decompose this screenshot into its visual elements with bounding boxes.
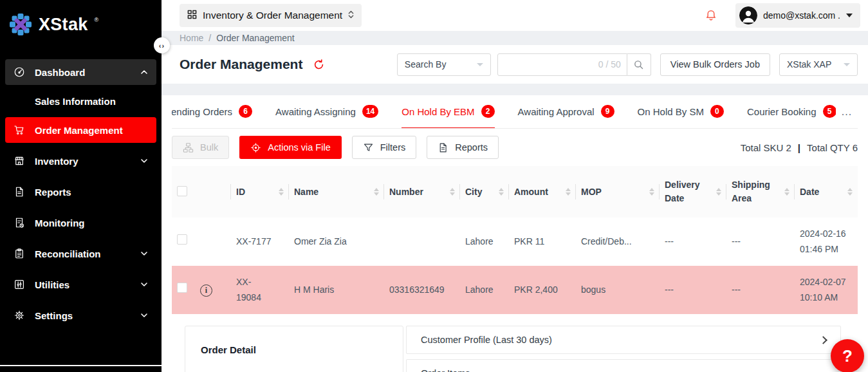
refresh-icon[interactable] xyxy=(313,59,325,71)
order-mop: Credit/Deb... xyxy=(576,218,660,266)
bulk-button[interactable]: Bulk xyxy=(172,136,229,159)
tab-label: Awaiting Approval xyxy=(518,106,595,117)
search-by-select[interactable]: Search By xyxy=(397,53,491,76)
app-selector[interactable]: Inventory & Order Management xyxy=(180,4,362,27)
sidebar-item-label: Order Management xyxy=(35,125,123,136)
chevron-down-icon xyxy=(477,63,483,66)
app-selector-label: Inventory & Order Management xyxy=(203,10,342,21)
column-header-city[interactable]: City xyxy=(460,166,509,218)
sidebar: XStak ® Dashboard Sales Information xyxy=(0,0,162,372)
column-header-mop[interactable]: MOP xyxy=(576,166,660,218)
registered-mark: ® xyxy=(95,13,99,27)
column-header-id[interactable]: ID xyxy=(231,166,289,218)
view-bulk-orders-button[interactable]: View Bulk Orders Job xyxy=(660,53,770,76)
user-menu[interactable]: demo@xstak.com . xyxy=(735,3,860,28)
info-column-header xyxy=(195,166,231,218)
table-header: ID Name Number City Amount MOP Delivery … xyxy=(172,166,858,218)
brand-name: XStak xyxy=(39,13,88,36)
column-header-date[interactable]: Date xyxy=(795,166,858,218)
sidebar-item-inventory[interactable]: Inventory xyxy=(5,148,156,174)
sidebar-item-label: Utilities xyxy=(35,279,69,290)
customer-profile-accordion[interactable]: Customer Profile (Last 30 days) xyxy=(406,326,841,354)
column-header-shipping-area[interactable]: Shipping Area xyxy=(726,166,795,218)
row-checkbox[interactable] xyxy=(177,234,187,245)
sidebar-item-sales-information[interactable]: Sales Information xyxy=(5,90,156,112)
bulk-label: Bulk xyxy=(200,142,218,153)
chevron-down-icon xyxy=(844,63,850,66)
tab-awaiting-assigning[interactable]: Awaiting Assigning 14 xyxy=(275,95,378,128)
tab-label: On Hold By SM xyxy=(638,106,704,117)
sort-icon xyxy=(374,188,379,196)
order-id: XX-7177 xyxy=(236,234,271,249)
sidebar-item-dashboard[interactable]: Dashboard xyxy=(5,59,156,85)
sort-icon xyxy=(649,188,654,196)
app-window: XStak ® Dashboard Sales Information xyxy=(0,0,868,372)
reports-button[interactable]: Reports xyxy=(427,136,499,159)
notification-bell-icon[interactable] xyxy=(705,8,717,23)
order-mop: bogus xyxy=(576,266,660,314)
xstak-logo-icon xyxy=(9,13,32,38)
help-button[interactable]: ? xyxy=(831,339,864,372)
sidebar-item-label: Sales Information xyxy=(35,96,116,107)
tab-count-badge: 6 xyxy=(239,105,252,118)
grid-icon xyxy=(187,10,197,22)
main-area: Inventory & Order Management demo@xst xyxy=(162,0,868,372)
speedometer-icon xyxy=(14,66,25,78)
sidebar-item-label: Monitoring xyxy=(35,218,84,228)
sidebar-item-reports[interactable]: Reports xyxy=(5,179,156,205)
tab-awaiting-approval[interactable]: Awaiting Approval 9 xyxy=(518,95,614,128)
select-all-checkbox[interactable] xyxy=(177,186,187,196)
sidebar-divider xyxy=(0,365,162,366)
order-number: 03316321649 xyxy=(384,266,460,314)
column-header-name[interactable]: Name xyxy=(289,166,384,218)
column-header-number[interactable]: Number xyxy=(384,166,460,218)
sidebar-nav: Dashboard Sales Information Order Manage… xyxy=(0,59,162,328)
order-row-selected[interactable]: i XX-19084 H M Haris 03316321649 Lahore … xyxy=(172,266,858,314)
totals-divider: | xyxy=(798,142,800,153)
tab-on-hold-by-sm[interactable]: On Hold By SM 0 xyxy=(638,95,724,128)
tab-count-badge: 2 xyxy=(481,105,495,118)
user-email: demo@xstak.com . xyxy=(763,10,840,21)
order-row[interactable]: XX-7177 Omer Zia Zia Lahore PKR 11 Credi… xyxy=(172,218,858,266)
more-tabs-button[interactable]: ... xyxy=(836,95,858,128)
sort-icon xyxy=(566,188,571,196)
tab-on-hold-by-ebm[interactable]: On Hold By EBM 2 xyxy=(402,95,494,128)
caret-down-icon xyxy=(846,14,853,17)
total-qty: Total QTY 6 xyxy=(807,142,858,153)
chevron-down-icon xyxy=(140,250,148,257)
actions-via-file-label: Actions via File xyxy=(268,142,331,153)
order-search-input[interactable] xyxy=(504,59,598,70)
sort-icon xyxy=(716,188,721,196)
topbar: Inventory & Order Management demo@xst xyxy=(162,0,868,31)
sidebar-collapse-toggle[interactable]: ‹› xyxy=(154,37,170,53)
order-delivery-date: --- xyxy=(660,266,726,314)
search-button[interactable] xyxy=(627,53,651,76)
order-detail-section: Order Detail Customer Profile (Last 30 d… xyxy=(172,326,858,372)
info-icon[interactable]: i xyxy=(200,284,212,297)
sidebar-item-reconciliation[interactable]: Reconciliation xyxy=(5,241,156,266)
order-delivery-date: --- xyxy=(660,218,726,266)
sidebar-item-utilities[interactable]: Utilities xyxy=(5,272,156,297)
report-icon xyxy=(14,186,25,198)
sidebar-item-monitoring[interactable]: Monitoring xyxy=(5,210,156,236)
tab-courier-booking[interactable]: Courier Booking 5 xyxy=(747,95,836,128)
breadcrumb-home[interactable]: Home xyxy=(180,33,203,43)
select-all-header xyxy=(172,166,195,218)
xap-select[interactable]: XStak XAP xyxy=(779,53,858,76)
sidebar-item-settings[interactable]: Settings xyxy=(5,302,156,328)
order-items-accordion[interactable]: Order Items xyxy=(406,359,841,372)
totals-summary: Total SKU 2 | Total QTY 6 xyxy=(741,142,858,153)
table-toolbar: Bulk Actions via File Filters Reports To… xyxy=(172,129,858,166)
row-checkbox[interactable] xyxy=(177,283,187,293)
total-sku: Total SKU 2 xyxy=(741,142,791,153)
column-header-delivery-date[interactable]: Delivery Date xyxy=(660,166,726,218)
order-search-field[interactable]: 0 / 50 xyxy=(497,53,627,76)
tab-pending-orders[interactable]: Pending Orders 6 xyxy=(172,95,252,128)
actions-via-file-button[interactable]: Actions via File xyxy=(239,136,342,159)
tab-label: Pending Orders xyxy=(172,106,232,117)
filters-button[interactable]: Filters xyxy=(352,136,416,159)
filters-label: Filters xyxy=(380,142,405,153)
chevron-down-icon xyxy=(819,369,827,372)
column-header-amount[interactable]: Amount xyxy=(509,166,576,218)
sidebar-item-order-management[interactable]: Order Management xyxy=(5,117,156,143)
